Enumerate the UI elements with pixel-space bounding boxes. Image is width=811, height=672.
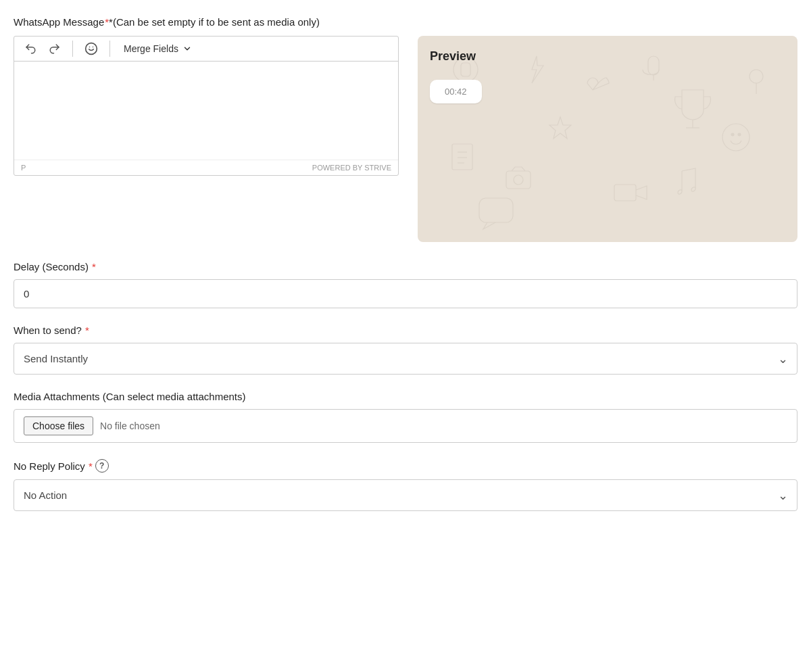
required-star-policy: *: [89, 460, 93, 472]
no-reply-policy-label-text: No Reply Policy: [14, 460, 85, 472]
emoji-button[interactable]: [81, 41, 101, 57]
svg-point-9: [731, 133, 734, 136]
when-to-send-label: When to send?*: [14, 325, 797, 336]
delay-label: Delay (Seconds)*: [14, 261, 797, 272]
no-reply-policy-label: No Reply Policy* ?: [14, 459, 797, 473]
whatsapp-message-subtitle: *(Can be set empty if to be sent as medi…: [109, 16, 320, 28]
file-input-wrapper: Choose files No file chosen: [14, 409, 797, 443]
help-icon[interactable]: ?: [95, 459, 109, 473]
no-reply-policy-select[interactable]: No Action Send Message Assign to Agent: [14, 479, 797, 511]
svg-rect-11: [452, 144, 472, 170]
media-attachments-group: Media Attachments (Can select media atta…: [14, 391, 797, 443]
message-editor-body[interactable]: [14, 62, 398, 160]
when-to-send-label-text: When to send?: [14, 325, 82, 336]
svg-rect-4: [506, 171, 531, 189]
preview-title: Preview: [430, 49, 785, 64]
required-star-delay: *: [92, 261, 96, 272]
delay-input[interactable]: [14, 279, 797, 308]
whatsapp-message-label: WhatsApp Message**(Can be set empty if t…: [14, 16, 797, 28]
editor-preview-row: Merge Fields P POWERED BY STRIVE: [14, 36, 797, 242]
redo-button[interactable]: [45, 41, 64, 56]
preview-panel: Preview 00:42: [418, 36, 797, 242]
merge-fields-label: Merge Fields: [124, 43, 178, 54]
no-reply-policy-group: No Reply Policy* ? No Action Send Messag…: [14, 459, 797, 511]
undo-button[interactable]: [21, 41, 40, 56]
when-to-send-select-wrapper: Send Instantly Schedule ⌄: [14, 343, 797, 375]
media-attachments-label: Media Attachments (Can select media atta…: [14, 391, 797, 402]
message-editor: Merge Fields P POWERED BY STRIVE: [14, 36, 399, 176]
toolbar-divider: [72, 41, 73, 57]
when-to-send-group: When to send?* Send Instantly Schedule ⌄: [14, 325, 797, 375]
merge-fields-button[interactable]: Merge Fields: [118, 41, 197, 56]
svg-point-10: [738, 133, 741, 136]
svg-point-0: [86, 43, 97, 55]
no-file-text: No file chosen: [100, 421, 160, 431]
preview-timestamp: 00:42: [445, 87, 467, 97]
media-attachments-label-text: Media Attachments (Can select media atta…: [14, 391, 246, 402]
paragraph-indicator: P: [21, 164, 26, 172]
required-star-when: *: [85, 325, 89, 336]
delay-label-text: Delay (Seconds): [14, 261, 89, 272]
when-to-send-select[interactable]: Send Instantly Schedule: [14, 343, 797, 375]
editor-footer: P POWERED BY STRIVE: [14, 160, 398, 175]
svg-rect-18: [614, 185, 636, 201]
editor-toolbar: Merge Fields: [14, 37, 398, 62]
toolbar-divider-2: [109, 41, 110, 57]
svg-point-5: [514, 175, 523, 185]
preview-message-bubble: 00:42: [430, 80, 482, 103]
powered-by-label: POWERED BY STRIVE: [312, 164, 391, 172]
no-reply-policy-select-wrapper: No Action Send Message Assign to Agent ⌄: [14, 479, 797, 511]
svg-rect-17: [479, 198, 513, 222]
svg-marker-15: [549, 117, 571, 139]
delay-group: Delay (Seconds)*: [14, 261, 797, 308]
preview-background: [418, 36, 797, 242]
svg-point-16: [749, 70, 763, 83]
whatsapp-message-title: WhatsApp Message: [14, 16, 104, 28]
svg-point-8: [722, 124, 749, 151]
choose-files-button[interactable]: Choose files: [24, 416, 93, 435]
